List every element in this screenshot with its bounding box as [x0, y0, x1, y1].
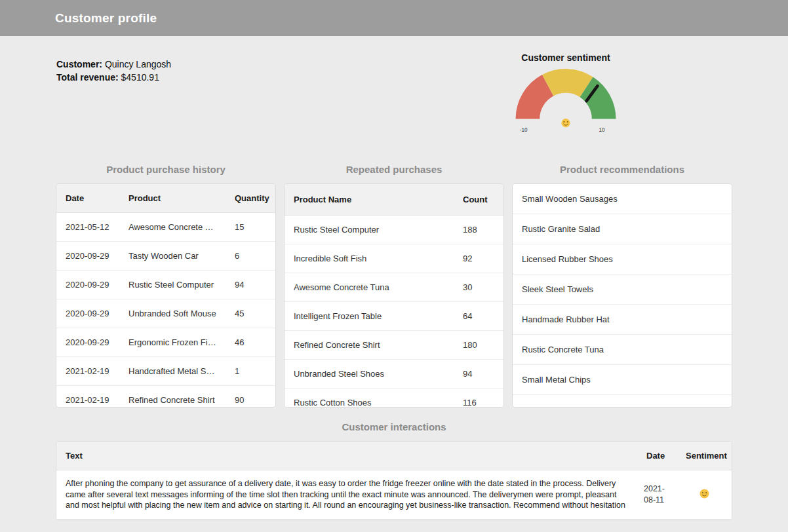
- table-row: 2021-05-12Awesome Concrete Tuna15: [56, 213, 275, 242]
- table-cell: 2021-02-19: [56, 357, 119, 386]
- table-cell: Refined Concrete Shirt: [285, 331, 454, 360]
- top-row: Customer: Quincy Langosh Total revenue: …: [56, 52, 732, 134]
- column-header-date: Date: [56, 184, 119, 213]
- customer-name-line: Customer: Quincy Langosh: [56, 58, 171, 71]
- table-row: 2020-09-29Rustic Steel Computer94: [56, 271, 275, 299]
- table-cell: Ergonomic Frozen Fish: [119, 328, 226, 357]
- interactions-table: Text Date Sentiment After phoning the co…: [56, 442, 732, 520]
- tables-row: Product purchase history Date Product Qu…: [56, 164, 732, 407]
- customer-info: Customer: Quincy Langosh Total revenue: …: [56, 52, 171, 84]
- interaction-date: 2021-08-11: [637, 470, 677, 520]
- table-cell: Tasty Wooden Car: [119, 242, 226, 271]
- table-cell: 2021-02-19: [56, 386, 119, 408]
- recommendations-list: Small Wooden SausagesRustic Granite Sala…: [513, 184, 732, 407]
- customer-name-value: Quincy Langosh: [105, 59, 171, 69]
- table-row: 2021-02-19Handcrafted Metal Soap1: [56, 357, 275, 386]
- recommendation-item: Licensed Rubber Shoes: [513, 244, 732, 275]
- purchase-history-title: Product purchase history: [56, 164, 275, 175]
- table-cell: Unbranded Steel Shoes: [285, 360, 454, 389]
- column-header-product-name: Product Name: [285, 184, 454, 216]
- repeated-purchases-card: Product Name Count Rustic Steel Computer…: [285, 184, 503, 407]
- purchase-history-section: Product purchase history Date Product Qu…: [56, 164, 275, 407]
- gauge-segment-red: [528, 85, 548, 119]
- table-cell: 15: [226, 213, 275, 242]
- column-header-sentiment: Sentiment: [677, 442, 732, 470]
- table-cell: 6: [226, 242, 275, 271]
- total-revenue-line: Total revenue: $4510.91: [56, 71, 171, 84]
- table-cell: 2020-09-29: [56, 271, 119, 299]
- table-cell: 116: [454, 389, 503, 408]
- interaction-sentiment: [677, 470, 732, 520]
- gauge-max-label: 10: [599, 127, 606, 133]
- table-row: Incredible Soft Fish92: [285, 244, 503, 273]
- table-cell: 94: [226, 271, 275, 299]
- total-revenue-label: Total revenue:: [56, 72, 119, 83]
- table-cell: 46: [226, 328, 275, 357]
- table-row: After phoning the company to get assuran…: [56, 470, 732, 520]
- interaction-text: After phoning the company to get assuran…: [56, 470, 637, 520]
- table-row: 2020-09-29Unbranded Soft Mouse45: [56, 299, 275, 328]
- table-row: 2021-02-19Refined Concrete Shirt90: [56, 386, 275, 408]
- table-cell: Awesome Concrete Tuna: [285, 273, 454, 302]
- happy-face-icon: [699, 489, 709, 501]
- column-header-date: Date: [637, 442, 677, 470]
- recommendation-item: Gorgeous Metal Gloves: [513, 395, 732, 407]
- purchase-history-table: Date Product Quantity 2021-05-12Awesome …: [56, 184, 275, 407]
- gauge-segment-green: [587, 87, 604, 119]
- column-header-text: Text: [56, 442, 637, 470]
- column-header-count: Count: [454, 184, 503, 216]
- table-cell: Rustic Steel Computer: [285, 216, 454, 244]
- app-header: Customer profile: [0, 0, 788, 36]
- total-revenue-value: $4510.91: [121, 72, 159, 83]
- main-content: Customer: Quincy Langosh Total revenue: …: [0, 36, 788, 520]
- table-cell: Handcrafted Metal Soap: [119, 357, 226, 386]
- table-cell: Refined Concrete Shirt: [119, 386, 226, 408]
- column-header-quantity: Quantity: [226, 184, 275, 213]
- repeated-purchases-section: Repeated purchases Product Name Count Ru…: [285, 164, 503, 407]
- column-header-product: Product: [119, 184, 226, 213]
- purchase-history-card: Date Product Quantity 2021-05-12Awesome …: [56, 184, 275, 407]
- table-cell: 2020-09-29: [56, 242, 119, 271]
- table-cell: 1: [226, 357, 275, 386]
- gauge-min-label: -10: [520, 127, 528, 133]
- recommendation-item: Sleek Steel Towels: [513, 275, 732, 305]
- gauge-title: Customer sentiment: [506, 52, 625, 63]
- recommendations-card: Small Wooden SausagesRustic Granite Sala…: [513, 184, 732, 407]
- table-cell: Awesome Concrete Tuna: [119, 213, 226, 242]
- table-row: Unbranded Steel Shoes94: [285, 360, 503, 389]
- table-cell: 2020-09-29: [56, 328, 119, 357]
- table-row: 2020-09-29Tasty Wooden Car6: [56, 242, 275, 271]
- recommendations-section: Product recommendations Small Wooden Sau…: [513, 164, 732, 407]
- interactions-card: Text Date Sentiment After phoning the co…: [56, 442, 732, 520]
- recommendation-item: Rustic Concrete Tuna: [513, 335, 732, 365]
- recommendation-item: Small Metal Chips: [513, 365, 732, 395]
- table-header-row: Text Date Sentiment: [56, 442, 732, 470]
- table-cell: 2021-05-12: [56, 213, 119, 242]
- table-row: Rustic Cotton Shoes116: [285, 389, 503, 408]
- table-cell: Rustic Cotton Shoes: [285, 389, 454, 408]
- table-row: Rustic Steel Computer188: [285, 216, 503, 244]
- table-cell: 30: [454, 273, 503, 302]
- table-header-row: Date Product Quantity: [56, 184, 275, 213]
- recommendation-item: Handmade Rubber Hat: [513, 305, 732, 335]
- table-cell: 188: [454, 216, 503, 244]
- table-cell: 64: [454, 302, 503, 331]
- table-row: 2020-09-29Ergonomic Frozen Fish46: [56, 328, 275, 357]
- customer-name-label: Customer:: [56, 59, 102, 69]
- table-cell: Incredible Soft Fish: [285, 244, 454, 273]
- table-cell: 180: [454, 331, 503, 360]
- page-title: Customer profile: [55, 11, 157, 26]
- table-row: Awesome Concrete Tuna30: [285, 273, 503, 302]
- repeated-purchases-table: Product Name Count Rustic Steel Computer…: [285, 184, 503, 407]
- table-cell: 94: [454, 360, 503, 389]
- recommendation-item: Small Wooden Sausages: [513, 184, 732, 214]
- table-cell: Unbranded Soft Mouse: [119, 299, 226, 328]
- table-cell: Intelligent Frozen Table: [285, 302, 454, 331]
- table-row: Refined Concrete Shirt180: [285, 331, 503, 360]
- table-row: Intelligent Frozen Table64: [285, 302, 503, 331]
- table-cell: 92: [454, 244, 503, 273]
- gauge-segment-yellow: [548, 81, 587, 86]
- table-cell: 45: [226, 299, 275, 328]
- interactions-title: Customer interactions: [56, 421, 732, 432]
- recommendations-title: Product recommendations: [513, 164, 732, 175]
